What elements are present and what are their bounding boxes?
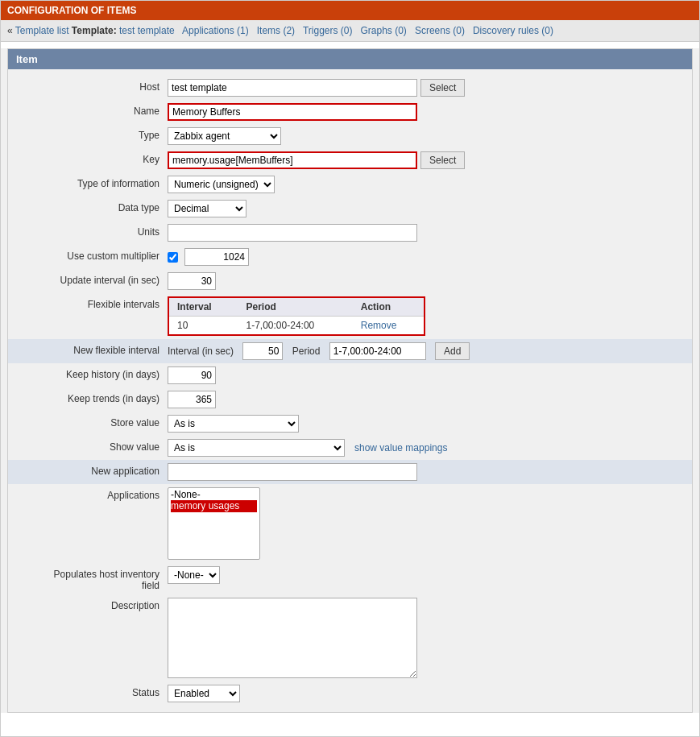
new-flexible-interval-value: Interval (in sec) Period Add bbox=[168, 342, 686, 360]
key-label: Key bbox=[14, 151, 168, 165]
nav-screens[interactable]: Screens (0) bbox=[415, 25, 465, 36]
show-value-label: Show value bbox=[14, 439, 168, 453]
keep-trends-value bbox=[168, 391, 686, 408]
units-label: Units bbox=[14, 224, 168, 238]
key-input[interactable] bbox=[168, 151, 417, 169]
units-value bbox=[168, 224, 686, 242]
multiplier-input[interactable] bbox=[184, 248, 249, 266]
new-application-value bbox=[168, 463, 686, 481]
show-value-value: As is show value mappings bbox=[168, 439, 686, 457]
breadcrumb-template-prefix: Template: bbox=[72, 25, 117, 36]
data-type-label: Data type bbox=[14, 200, 168, 213]
new-period-input[interactable] bbox=[329, 342, 426, 360]
nav-triggers[interactable]: Triggers (0) bbox=[303, 25, 353, 36]
section-title: Item bbox=[16, 53, 38, 65]
new-application-input[interactable] bbox=[168, 463, 417, 481]
flexible-intervals-value: Interval Period Action 10 1-7,00:00-24:0… bbox=[168, 296, 686, 336]
applications-label: Applications bbox=[14, 487, 168, 501]
flexible-interval-row: 10 1-7,00:00-24:00 Remove bbox=[168, 317, 425, 336]
period-label: Period bbox=[292, 346, 321, 357]
nav-discovery[interactable]: Discovery rules (0) bbox=[473, 25, 553, 36]
new-application-row: New application bbox=[8, 460, 692, 484]
keep-history-row: Keep history (in days) bbox=[8, 363, 692, 387]
type-value: Zabbix agent Zabbix agent (active) Simpl… bbox=[168, 127, 686, 145]
multiplier-label: Use custom multiplier bbox=[14, 248, 168, 262]
item-section: Item Host Select Name bbox=[7, 48, 693, 713]
show-value-mappings-link[interactable]: show value mappings bbox=[354, 442, 447, 453]
populates-inventory-label: Populates host inventory field bbox=[14, 566, 168, 591]
description-value bbox=[168, 598, 686, 678]
template-list-link[interactable]: Template list bbox=[15, 25, 69, 36]
nav-items[interactable]: Items (2) bbox=[257, 25, 295, 36]
host-label: Host bbox=[14, 79, 168, 93]
populates-inventory-value: -None- bbox=[168, 566, 686, 584]
section-header: Item bbox=[8, 49, 692, 69]
new-flexible-interval-row: New flexible interval Interval (in sec) … bbox=[8, 339, 692, 363]
nav-graphs[interactable]: Graphs (0) bbox=[361, 25, 407, 36]
data-type-select[interactable]: Decimal Octal Hexadecimal Boolean bbox=[168, 200, 246, 217]
store-value-row: Store value As is Delta (speed per secon… bbox=[8, 412, 692, 436]
host-value: Select bbox=[168, 79, 686, 97]
interval-value: 10 bbox=[168, 317, 238, 336]
keep-history-value bbox=[168, 366, 686, 384]
add-interval-button[interactable]: Add bbox=[435, 342, 470, 360]
flexible-intervals-row: Flexible intervals Interval Period Actio… bbox=[8, 293, 692, 339]
remove-link[interactable]: Remove bbox=[361, 320, 397, 331]
host-input[interactable] bbox=[168, 79, 417, 97]
data-type-value: Decimal Octal Hexadecimal Boolean bbox=[168, 200, 686, 217]
breadcrumb-template-name-link[interactable]: test template bbox=[119, 25, 175, 36]
select-host-button[interactable]: Select bbox=[420, 79, 465, 97]
applications-listbox[interactable]: -None- memory usages bbox=[168, 487, 260, 560]
key-value: Select bbox=[168, 151, 686, 169]
top-bar-title: CONFIGURATION OF ITEMS bbox=[7, 5, 136, 16]
update-interval-input[interactable] bbox=[168, 272, 216, 290]
status-select[interactable]: Enabled Disabled bbox=[168, 685, 240, 702]
multiplier-value bbox=[168, 248, 686, 266]
keep-trends-row: Keep trends (in days) bbox=[8, 387, 692, 412]
applications-value: -None- memory usages bbox=[168, 487, 686, 560]
app-none[interactable]: -None- bbox=[171, 489, 257, 500]
units-input[interactable] bbox=[168, 224, 417, 242]
store-value-value: As is Delta (speed per second) Delta (si… bbox=[168, 415, 686, 433]
multiplier-checkbox[interactable] bbox=[168, 252, 178, 263]
populates-inventory-row: Populates host inventory field -None- bbox=[8, 563, 692, 594]
status-value: Enabled Disabled bbox=[168, 685, 686, 702]
applications-row: Applications -None- memory usages bbox=[8, 484, 692, 563]
keep-history-input[interactable] bbox=[168, 366, 216, 384]
update-interval-row: Update interval (in sec) bbox=[8, 269, 692, 293]
breadcrumb-nav: Applications (1) Items (2) Triggers (0) … bbox=[177, 25, 553, 36]
status-label: Status bbox=[14, 685, 168, 698]
breadcrumb: « Template list Template: test template … bbox=[1, 20, 699, 42]
type-of-info-select[interactable]: Numeric (unsigned) Numeric (float) Chara… bbox=[168, 176, 275, 193]
flexible-intervals-label: Flexible intervals bbox=[14, 296, 168, 310]
col-period: Period bbox=[238, 297, 353, 317]
nav-applications[interactable]: Applications (1) bbox=[182, 25, 249, 36]
store-value-select[interactable]: As is Delta (speed per second) Delta (si… bbox=[168, 415, 299, 433]
host-row: Host Select bbox=[8, 76, 692, 100]
col-action: Action bbox=[353, 297, 425, 317]
type-select[interactable]: Zabbix agent Zabbix agent (active) Simpl… bbox=[168, 127, 281, 145]
description-label: Description bbox=[14, 598, 168, 611]
key-row: Key Select bbox=[8, 148, 692, 172]
new-interval-input[interactable] bbox=[242, 342, 283, 360]
keep-trends-input[interactable] bbox=[168, 391, 216, 408]
type-of-info-label: Type of information bbox=[14, 176, 168, 189]
units-row: Units bbox=[8, 221, 692, 245]
show-value-select[interactable]: As is bbox=[168, 439, 345, 457]
keep-trends-label: Keep trends (in days) bbox=[14, 391, 168, 404]
form-container: Host Select Name Type bbox=[8, 69, 692, 712]
show-value-row: Show value As is show value mappings bbox=[8, 436, 692, 460]
select-key-button[interactable]: Select bbox=[420, 151, 465, 169]
populates-inventory-select[interactable]: -None- bbox=[168, 566, 220, 584]
name-input[interactable] bbox=[168, 103, 417, 121]
description-textarea[interactable] bbox=[168, 598, 417, 678]
breadcrumb-prefix: « bbox=[7, 25, 15, 36]
period-value: 1-7,00:00-24:00 bbox=[238, 317, 353, 336]
type-label: Type bbox=[14, 127, 168, 141]
app-memory-usages[interactable]: memory usages bbox=[171, 500, 257, 511]
name-value bbox=[168, 103, 686, 121]
main-container: Item Host Select Name bbox=[1, 48, 699, 713]
new-application-label: New application bbox=[14, 463, 168, 477]
update-interval-label: Update interval (in sec) bbox=[14, 272, 168, 286]
keep-history-label: Keep history (in days) bbox=[14, 366, 168, 380]
